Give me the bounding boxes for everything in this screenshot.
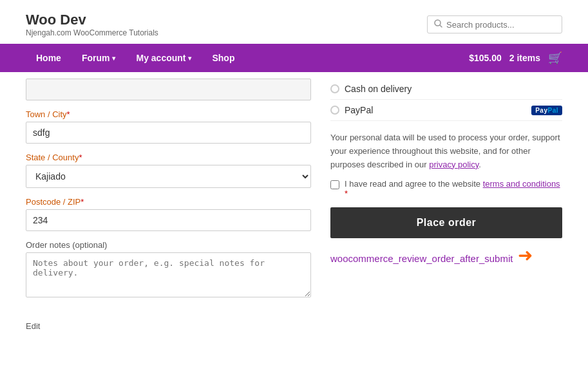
site-subtitle: Njengah.com WooCommerce Tutorials (26, 28, 158, 37)
privacy-text: Your personal data will be used to proce… (330, 131, 562, 171)
site-title: Woo Dev (26, 12, 158, 28)
cart-price: $105.00 (469, 53, 502, 63)
arrow-right-icon: ➜ (518, 245, 533, 266)
nav-item-myaccount[interactable]: My account ▾ (126, 44, 202, 72)
svg-line-1 (440, 25, 442, 27)
place-order-button[interactable]: Place order (330, 207, 562, 238)
site-header: Woo Dev Njengah.com WooCommerce Tutorial… (0, 0, 588, 44)
site-logo: Woo Dev Njengah.com WooCommerce Tutorial… (26, 12, 158, 37)
payment-radio-paypal[interactable] (330, 106, 339, 115)
town-group: Town / City* (26, 109, 311, 144)
chevron-down-icon: ▾ (112, 55, 115, 62)
cart-icon[interactable]: 🛒 (548, 51, 562, 65)
payment-label-cod: Cash on delivery (345, 84, 562, 94)
hook-row: woocommerce_review_order_after_submit ➜ (330, 245, 562, 266)
nav-item-shop[interactable]: Shop (202, 44, 245, 72)
search-box[interactable] (427, 15, 562, 33)
postcode-group: Postcode / ZIP* (26, 197, 311, 231)
town-label: Town / City* (26, 109, 311, 119)
nav-left: Home Forum ▾ My account ▾ Shop (26, 44, 245, 72)
notes-textarea[interactable] (26, 252, 311, 297)
main-content: Town / City* State / County* Kajiado Nai… (0, 72, 588, 350)
chevron-down-icon: ▾ (188, 55, 191, 62)
notes-label: Order notes (optional) (26, 240, 311, 250)
edit-link[interactable]: Edit (26, 321, 40, 331)
notes-group: Order notes (optional) (26, 240, 311, 299)
order-column: Cash on delivery PayPal PayPal Your pers… (330, 72, 562, 331)
terms-required: * (345, 189, 348, 198)
terms-link[interactable]: terms and conditions (483, 179, 560, 189)
form-column: Town / City* State / County* Kajiado Nai… (26, 72, 311, 331)
main-nav: Home Forum ▾ My account ▾ Shop $105.00 2… (0, 44, 588, 72)
state-select[interactable]: Kajiado Nairobi Mombasa Kisumu (26, 165, 311, 188)
nav-item-home[interactable]: Home (26, 44, 71, 72)
hook-link[interactable]: woocommerce_review_order_after_submit (330, 252, 513, 265)
postcode-input[interactable] (26, 209, 311, 231)
terms-label: I have read and agree to the website ter… (345, 179, 562, 198)
search-input[interactable] (446, 20, 555, 30)
payment-option-paypal[interactable]: PayPal PayPal (330, 100, 562, 121)
paypal-badge: PayPal (531, 106, 562, 115)
search-icon (434, 19, 442, 30)
state-group: State / County* Kajiado Nairobi Mombasa … (26, 153, 311, 188)
town-input[interactable] (26, 122, 311, 144)
nav-item-forum[interactable]: Forum ▾ (71, 44, 126, 72)
nav-right: $105.00 2 items 🛒 (469, 51, 562, 65)
apartment-group (26, 79, 311, 100)
payment-label-paypal: PayPal (345, 105, 526, 115)
payment-radio-cod[interactable] (330, 84, 339, 93)
terms-row: I have read and agree to the website ter… (330, 179, 562, 198)
payment-option-cod[interactable]: Cash on delivery (330, 79, 562, 100)
privacy-policy-link[interactable]: privacy policy (429, 160, 479, 169)
terms-checkbox[interactable] (330, 180, 339, 189)
cart-items-count: 2 items (509, 53, 540, 63)
state-label: State / County* (26, 153, 311, 162)
postcode-label: Postcode / ZIP* (26, 197, 311, 207)
apartment-input[interactable] (26, 79, 311, 100)
